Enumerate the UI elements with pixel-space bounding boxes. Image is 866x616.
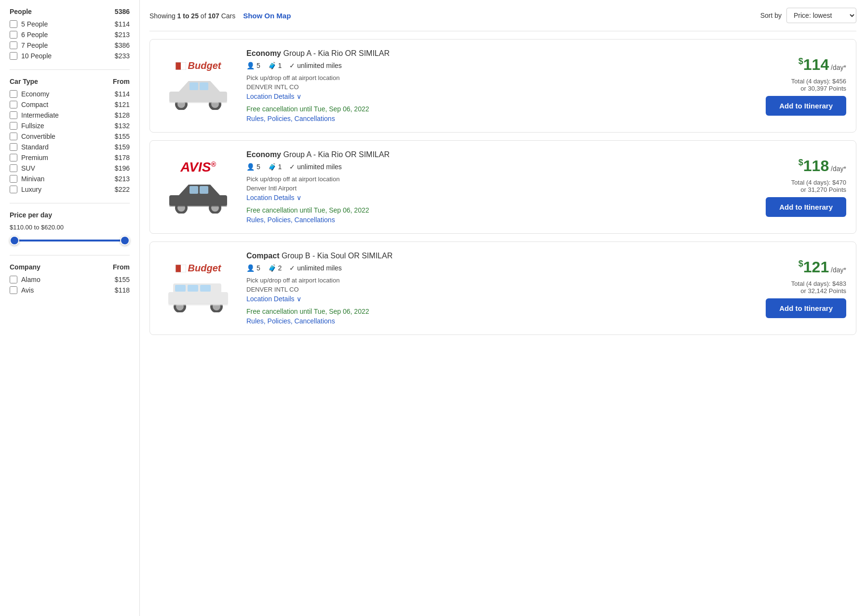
people-price: $386 <box>115 41 130 49</box>
car-type-filter-item: Standard $159 <box>10 143 130 151</box>
car-type-checkbox[interactable] <box>10 111 17 119</box>
people-filter-title: People <box>10 8 32 15</box>
people-price: $213 <box>115 31 130 39</box>
car-type-price: $114 <box>115 90 130 98</box>
slider-track <box>10 240 130 241</box>
chevron-down-icon: ∨ <box>297 194 301 201</box>
svg-rect-31 <box>168 303 228 306</box>
divider-2 <box>10 203 130 203</box>
show-on-map-link[interactable]: Show On Map <box>243 12 291 20</box>
price-per-day-amount: $121 <box>798 258 829 276</box>
svg-rect-18 <box>169 204 227 207</box>
car-type-checkbox[interactable] <box>10 186 17 193</box>
car-brand-image-section: Budget <box>160 49 237 122</box>
people-checkbox[interactable] <box>10 20 17 28</box>
people-checkbox[interactable] <box>10 41 17 49</box>
car-pickup-label: Pick up/drop off at airport location <box>246 277 740 284</box>
slider-thumb-right[interactable] <box>120 236 130 245</box>
people-price: $233 <box>115 52 130 60</box>
svg-rect-16 <box>189 186 198 194</box>
people-checkbox[interactable] <box>10 52 17 60</box>
car-type-filter-item: Economy $114 <box>10 90 130 98</box>
price-total: Total (4 days): $483 or 32,142 Points <box>791 280 846 295</box>
car-group: Group A - Kia Rio OR SIMILAR <box>283 49 390 57</box>
miles-feature: ✓ unlimited miles <box>289 163 341 171</box>
add-to-itinerary-button[interactable]: Add to Itinerary <box>766 197 846 217</box>
people-checkbox[interactable] <box>10 31 17 39</box>
car-type-filter-item: Luxury $222 <box>10 186 130 193</box>
car-type-filter-item: SUV $196 <box>10 164 130 172</box>
add-to-itinerary-button[interactable]: Add to Itinerary <box>766 298 846 318</box>
car-type-filter-item: Compact $121 <box>10 101 130 108</box>
location-details-link[interactable]: Location Details ∨ <box>246 295 301 303</box>
car-type-checkbox[interactable] <box>10 154 17 161</box>
rules-link[interactable]: Rules, Policies, Cancellations <box>246 115 740 122</box>
cancellation-text: Free cancellation until Tue, Sep 06, 202… <box>246 105 740 113</box>
sort-by-container: Sort by Price: lowestPrice: highestName:… <box>760 8 856 23</box>
rules-link[interactable]: Rules, Policies, Cancellations <box>246 317 740 325</box>
car-name: Economy Group A - Kia Rio OR SIMILAR <box>246 49 740 58</box>
people-label: 10 People <box>21 52 52 60</box>
location-details-text: Location Details <box>246 295 295 303</box>
car-type-label: Luxury <box>21 186 41 193</box>
price-filter-title: Price per day <box>10 211 52 219</box>
bags-feature: 🧳 2 <box>268 264 282 272</box>
car-type-label: Fullsize <box>21 122 44 130</box>
car-type-checkbox[interactable] <box>10 143 17 151</box>
car-type-filter-item: Fullsize $132 <box>10 122 130 130</box>
total-label: Total (4 days): $483 <box>791 280 846 287</box>
price-per-day-amount: $118 <box>798 157 829 174</box>
company-checkbox[interactable] <box>10 276 17 283</box>
car-cards-container: Budget Economy Group A - Kia Rio OR SIMI… <box>149 39 856 335</box>
sort-by-label: Sort by <box>760 12 782 19</box>
add-to-itinerary-button[interactable]: Add to Itinerary <box>766 96 846 116</box>
car-type-title: Car Type <box>10 78 38 85</box>
points-label: or 31,270 Points <box>791 186 846 193</box>
people-filter-section: People 5386 5 People $114 6 People $213 … <box>10 8 130 60</box>
location-details-link[interactable]: Location Details ∨ <box>246 93 301 100</box>
car-type-checkbox[interactable] <box>10 133 17 140</box>
company-label: Alamo <box>21 276 41 283</box>
slider-thumb-left[interactable] <box>10 236 19 245</box>
car-type-label: Standard <box>21 143 49 151</box>
people-label: 6 People <box>21 31 48 39</box>
car-brand-image-section: Budget <box>160 252 237 325</box>
car-type-checkbox[interactable] <box>10 175 17 183</box>
car-image <box>164 76 232 111</box>
car-type-price: $222 <box>115 186 130 193</box>
svg-rect-28 <box>175 285 186 292</box>
car-location: Denver Intl Airport <box>246 185 740 192</box>
car-brand-logo: AVIS® <box>180 160 216 175</box>
sort-select[interactable]: Price: lowestPrice: highestName: A-Z <box>786 8 856 23</box>
chevron-down-icon: ∨ <box>297 93 301 100</box>
svg-rect-1 <box>181 62 186 70</box>
brand-name: AVIS® <box>180 160 216 174</box>
svg-rect-20 <box>181 265 186 272</box>
main-content: Showing 1 to 25 of 107 Cars Show On Map … <box>140 0 866 616</box>
results-text-end: Cars <box>221 12 236 20</box>
company-checkbox[interactable] <box>10 286 17 294</box>
people-feature: 👤 5 <box>246 264 260 272</box>
car-pickup-label: Pick up/drop off at airport location <box>246 74 740 81</box>
svg-rect-0 <box>176 62 181 70</box>
people-label: 7 People <box>21 41 48 49</box>
location-details-link[interactable]: Location Details ∨ <box>246 194 301 201</box>
car-type-from-label: From <box>113 78 130 85</box>
car-type-checkbox[interactable] <box>10 101 17 108</box>
car-brand-logo: Budget <box>176 60 221 71</box>
results-text-start: Showing <box>149 12 177 20</box>
people-filter-item: 10 People $233 <box>10 52 130 60</box>
company-price: $155 <box>115 276 130 283</box>
rules-link[interactable]: Rules, Policies, Cancellations <box>246 216 740 224</box>
car-details: Economy Group A - Kia Rio OR SIMILAR 👤 5… <box>246 150 740 224</box>
price-slider[interactable] <box>10 236 130 245</box>
car-type-checkbox[interactable] <box>10 164 17 172</box>
car-type-filter-item: Intermediate $128 <box>10 111 130 119</box>
car-type-checkbox[interactable] <box>10 90 17 98</box>
company-filter-title: Company <box>10 263 41 271</box>
car-features: 👤 5 🧳 2 ✓ unlimited miles <box>246 264 740 272</box>
car-type-checkbox[interactable] <box>10 122 17 130</box>
car-group: Group B - Kia Soul OR SIMILAR <box>282 252 392 260</box>
location-details-text: Location Details <box>246 194 295 201</box>
car-details: Compact Group B - Kia Soul OR SIMILAR 👤 … <box>246 252 740 325</box>
